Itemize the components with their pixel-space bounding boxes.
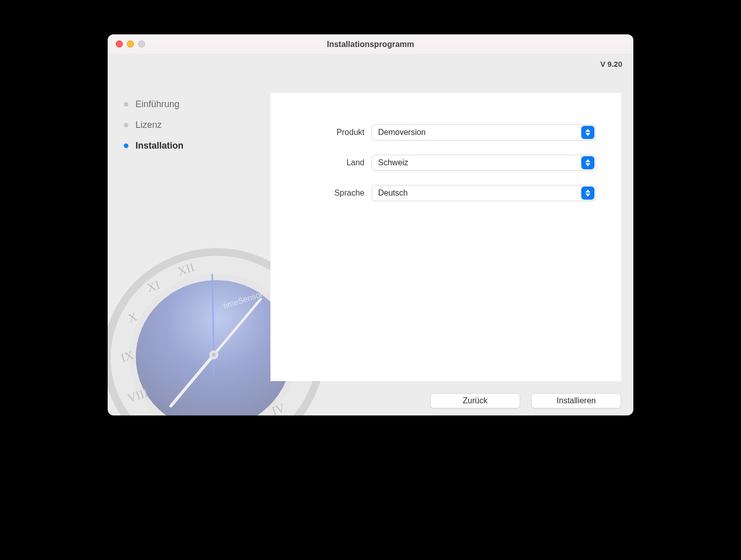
minimize-icon[interactable] <box>127 40 134 48</box>
label-product: Produkt <box>270 128 372 137</box>
svg-text:XII: XII <box>176 260 196 278</box>
bullet-icon <box>124 102 128 107</box>
footer-buttons: Zurück Installieren <box>430 393 621 408</box>
svg-marker-25 <box>585 194 590 197</box>
install-button[interactable]: Installieren <box>531 393 621 408</box>
chevron-up-down-icon <box>581 186 594 200</box>
bullet-icon <box>124 144 128 148</box>
close-icon[interactable] <box>116 40 123 48</box>
row-country: Land Schweiz <box>270 155 621 171</box>
step-lizenz: Lizenz <box>124 120 183 130</box>
svg-marker-23 <box>585 163 590 166</box>
svg-line-17 <box>208 355 220 374</box>
step-label: Installation <box>135 141 183 151</box>
select-language-value: Deutsch <box>378 189 408 198</box>
svg-text:IV: IV <box>270 401 287 415</box>
svg-line-16 <box>190 274 236 355</box>
select-product[interactable]: Demoversion <box>372 124 596 141</box>
svg-point-19 <box>211 352 216 357</box>
step-einfuhrung: Einführung <box>124 99 183 110</box>
installer-window: Installationsprogramm V 9.20 X <box>108 34 633 415</box>
row-language: Sprache Deutsch <box>270 185 621 201</box>
svg-point-18 <box>208 349 220 361</box>
version-label: V 9.20 <box>600 60 622 68</box>
step-list: Einführung Lizenz Installation <box>124 99 183 151</box>
version-row: V 9.20 <box>108 55 633 73</box>
svg-marker-24 <box>585 190 590 193</box>
svg-line-14 <box>160 355 224 406</box>
content-area: XII XI X IX VIII VII VI V IV timeSensor <box>108 73 633 415</box>
window-title: Installationsprogramm <box>327 40 414 49</box>
select-country[interactable]: Schweiz <box>372 155 596 171</box>
svg-text:XI: XI <box>145 278 161 295</box>
label-language: Sprache <box>270 189 372 198</box>
svg-line-15 <box>202 299 273 355</box>
svg-text:X: X <box>126 310 139 325</box>
select-product-value: Demoversion <box>378 128 426 137</box>
chevron-up-down-icon <box>581 126 594 139</box>
traffic-lights <box>116 40 145 48</box>
chevron-up-down-icon <box>581 156 594 169</box>
back-button[interactable]: Zurück <box>430 393 520 408</box>
titlebar: Installationsprogramm <box>108 34 633 55</box>
svg-text:IX: IX <box>119 348 135 365</box>
row-product: Produkt Demoversion <box>270 124 621 141</box>
step-installation: Installation <box>124 141 183 151</box>
label-country: Land <box>270 158 372 167</box>
form-panel: Produkt Demoversion Land Schweiz <box>270 93 621 381</box>
svg-text:VIII: VIII <box>126 386 150 405</box>
svg-marker-21 <box>585 133 590 136</box>
svg-text:timeSensor: timeSensor <box>222 290 264 310</box>
step-label: Einführung <box>135 99 179 110</box>
zoom-icon <box>138 40 145 48</box>
svg-marker-22 <box>585 159 590 162</box>
select-country-value: Schweiz <box>378 158 408 167</box>
bullet-icon <box>124 123 128 127</box>
select-language[interactable]: Deutsch <box>372 185 596 201</box>
step-label: Lizenz <box>135 120 162 130</box>
svg-marker-20 <box>585 129 590 132</box>
